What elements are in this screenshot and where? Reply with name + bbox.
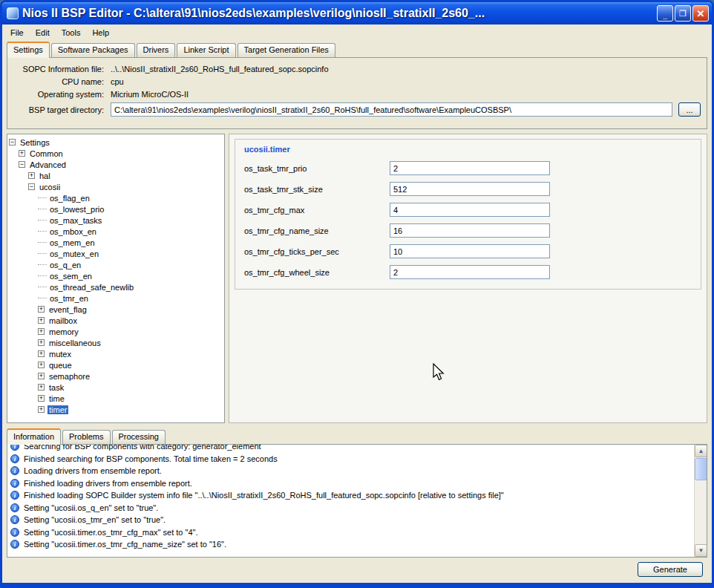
log-panel: iSearching for BSP components with categ… <box>7 444 707 558</box>
expand-icon[interactable]: + <box>38 384 45 391</box>
tab-settings[interactable]: Settings <box>7 42 50 58</box>
field-label: os_task_tmr_prio <box>244 164 390 173</box>
tree-connector <box>38 242 47 243</box>
tree-item-os-mbox-en[interactable]: os_mbox_en <box>9 226 223 237</box>
tree-item-task[interactable]: +task <box>9 382 223 393</box>
tree-item-settings[interactable]: −Settings <box>9 137 223 148</box>
settings-form-panel: ucosii.timer os_task_tmr_prioos_task_tmr… <box>229 134 707 423</box>
tree-item-os-q-en[interactable]: os_q_en <box>9 259 223 270</box>
info-circle-icon: i <box>10 444 19 451</box>
collapse-icon[interactable]: − <box>19 161 25 168</box>
field-label: os_tmr_cfg_wheel_size <box>244 268 390 277</box>
bsp-target-label: BSP target directory: <box>13 105 104 114</box>
field-input-os-tmr-cfg-wheel-size[interactable] <box>390 265 550 279</box>
expand-icon[interactable]: + <box>38 406 45 413</box>
expand-icon[interactable]: + <box>38 395 45 402</box>
log-text: Setting "ucosii.os_q_en" set to "true". <box>24 503 158 512</box>
app-icon <box>7 7 19 19</box>
tree-label: hal <box>38 172 52 180</box>
info-circle-icon: i <box>10 503 19 512</box>
tree-item-queue[interactable]: +queue <box>9 359 223 370</box>
log-row: iLoading drivers from ensemble report. <box>10 465 704 477</box>
field-label: os_tmr_cfg_name_size <box>244 226 390 235</box>
tree-item-mailbox[interactable]: +mailbox <box>9 315 223 326</box>
scrollbar-thumb[interactable] <box>695 458 707 480</box>
expand-icon[interactable]: + <box>38 339 45 346</box>
expand-icon[interactable]: + <box>28 172 35 179</box>
scroll-up-button[interactable]: ▲ <box>695 445 707 457</box>
tree-item-event-flag[interactable]: +event_flag <box>9 304 223 315</box>
menu-bar: FileEditToolsHelp <box>2 24 712 41</box>
log-row: iFinished searching for BSP components. … <box>10 453 704 466</box>
field-label: os_tmr_cfg_max <box>244 206 390 215</box>
tab-information[interactable]: Information <box>7 428 61 445</box>
tree-item-os-thread-safe-newlib[interactable]: os_thread_safe_newlib <box>9 281 223 293</box>
expand-icon[interactable]: + <box>38 328 45 335</box>
tree-connector <box>38 275 47 276</box>
field-row-os-tmr-cfg-max: os_tmr_cfg_max <box>244 203 692 217</box>
tree-item-os-mem-en[interactable]: os_mem_en <box>9 237 223 248</box>
tab-problems[interactable]: Problems <box>62 430 110 444</box>
generate-button[interactable]: Generate <box>638 562 703 577</box>
expand-icon[interactable]: + <box>19 150 25 157</box>
title-bar[interactable]: Nios II BSP Editor - C:\altera\91\nios2e… <box>2 2 712 24</box>
expand-icon[interactable]: + <box>38 306 45 313</box>
tree-item-time[interactable]: +time <box>9 393 223 404</box>
tab-software-packages[interactable]: Software Packages <box>51 43 135 57</box>
tree-item-os-sem-en[interactable]: os_sem_en <box>9 270 223 281</box>
menu-file[interactable]: File <box>4 26 30 39</box>
tree-item-os-tmr-en[interactable]: os_tmr_en <box>9 293 223 304</box>
menu-tools[interactable]: Tools <box>56 26 87 39</box>
browse-button[interactable]: ... <box>678 102 701 117</box>
tree-connector <box>38 231 47 232</box>
tree-item-hal[interactable]: +hal <box>9 170 223 181</box>
tree-item-memory[interactable]: +memory <box>9 326 223 337</box>
maximize-button[interactable]: ❐ <box>675 5 691 22</box>
main-tab-strip: SettingsSoftware PackagesDriversLinker S… <box>7 41 707 57</box>
log-tab-strip: InformationProblemsProcessing <box>7 428 707 444</box>
field-label: os_task_tmr_stk_size <box>244 185 390 194</box>
tree-label: os_mbox_en <box>48 227 98 236</box>
bsp-target-input[interactable] <box>111 102 672 117</box>
tree-item-advanced[interactable]: −Advanced <box>9 159 223 170</box>
tab-drivers[interactable]: Drivers <box>137 43 176 57</box>
tree-item-common[interactable]: +Common <box>9 148 223 159</box>
window-title: Nios II BSP Editor - C:\altera\91\nios2e… <box>22 7 657 20</box>
tab-linker-script[interactable]: Linker Script <box>177 43 235 57</box>
field-input-os-task-tmr-stk-size[interactable] <box>390 182 550 196</box>
tree-item-miscellaneous[interactable]: +miscellaneous <box>9 337 223 348</box>
tree-label: miscellaneous <box>48 339 102 347</box>
expand-icon[interactable]: + <box>38 350 45 357</box>
collapse-icon[interactable]: − <box>28 183 35 190</box>
expand-icon[interactable]: + <box>38 317 45 324</box>
field-row-os-tmr-cfg-ticks-per-sec: os_tmr_cfg_ticks_per_sec <box>244 244 692 258</box>
info-circle-icon: i <box>10 515 19 524</box>
collapse-icon[interactable]: − <box>9 139 16 146</box>
tree-label: os_max_tasks <box>48 216 103 225</box>
tree-item-os-lowest-prio[interactable]: os_lowest_prio <box>9 203 223 215</box>
expand-icon[interactable]: + <box>38 373 45 379</box>
menu-edit[interactable]: Edit <box>30 26 56 39</box>
tree-item-os-max-tasks[interactable]: os_max_tasks <box>9 215 223 226</box>
tree-item-timer[interactable]: +timer <box>9 404 223 415</box>
minimize-button[interactable]: _ <box>657 5 673 22</box>
field-input-os-task-tmr-prio[interactable] <box>390 161 550 175</box>
expand-icon[interactable]: + <box>38 362 45 368</box>
tree-item-ucosii[interactable]: −ucosii <box>9 181 223 192</box>
tree-item-os-flag-en[interactable]: os_flag_en <box>9 192 223 203</box>
tree-item-mutex[interactable]: +mutex <box>9 348 223 359</box>
info-circle-icon: i <box>10 466 19 475</box>
field-input-os-tmr-cfg-ticks-per-sec[interactable] <box>390 244 550 258</box>
field-input-os-tmr-cfg-max[interactable] <box>390 203 550 217</box>
tree-item-semaphore[interactable]: +semaphore <box>9 370 223 382</box>
field-input-os-tmr-cfg-name-size[interactable] <box>390 223 550 238</box>
log-scrollbar[interactable]: ▲ ▼ <box>694 445 707 557</box>
tab-target-generation-files[interactable]: Target Generation Files <box>238 43 335 57</box>
menu-help[interactable]: Help <box>86 26 115 39</box>
tree-item-os-mutex-en[interactable]: os_mutex_en <box>9 248 223 259</box>
scroll-down-button[interactable]: ▼ <box>695 544 707 557</box>
tab-processing[interactable]: Processing <box>112 430 166 444</box>
footer: Generate <box>2 558 712 581</box>
info-value: Micrium MicroC/OS-II <box>111 90 189 99</box>
close-button[interactable]: ✕ <box>692 5 709 22</box>
